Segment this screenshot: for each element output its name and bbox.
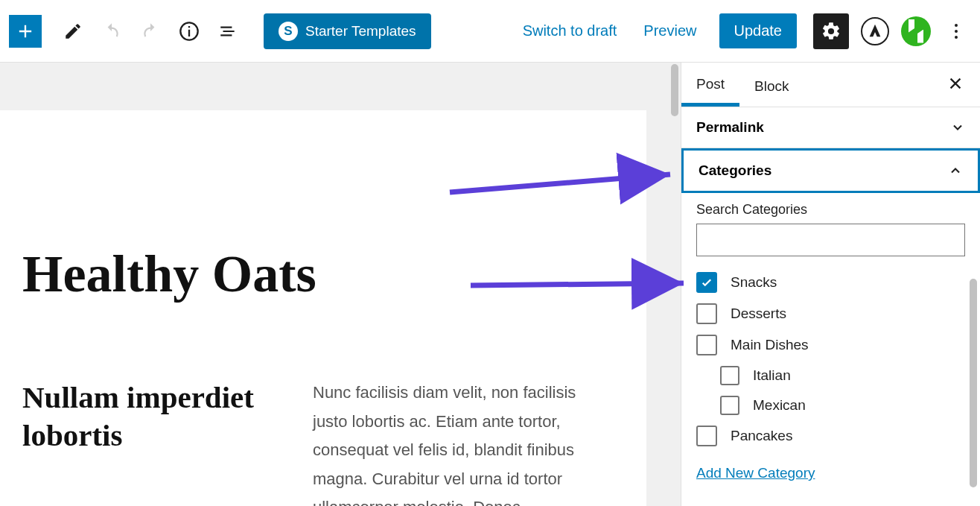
editor-toolbar: S Starter Templates Switch to draft Prev… (0, 0, 980, 63)
astra-icon (867, 23, 883, 39)
info-button[interactable] (173, 15, 206, 48)
tab-post[interactable]: Post (681, 63, 739, 107)
category-checkbox[interactable] (696, 303, 717, 324)
svg-line-0 (450, 174, 670, 192)
tab-block[interactable]: Block (739, 65, 804, 105)
category-label: Main Dishes (731, 337, 809, 353)
redo-button[interactable] (134, 15, 167, 48)
settings-button[interactable] (813, 13, 849, 49)
more-menu-button[interactable] (941, 24, 971, 39)
outline-button[interactable] (211, 15, 244, 48)
search-categories-input[interactable] (696, 224, 965, 256)
post-subheading[interactable]: Nullam imperdiet lobortis (22, 379, 268, 506)
chevron-up-icon (948, 163, 963, 178)
category-row[interactable]: Main Dishes (696, 329, 965, 361)
list-icon (218, 22, 238, 41)
category-row[interactable]: Pancakes (696, 420, 965, 452)
starter-label: Starter Templates (305, 23, 416, 39)
category-row[interactable]: Snacks (696, 267, 965, 298)
category-checkbox[interactable] (720, 366, 739, 385)
svg-line-1 (471, 283, 684, 285)
jetpack-button[interactable] (901, 16, 931, 46)
category-checkbox[interactable] (720, 396, 739, 415)
categories-list: SnacksDessertsMain DishesItalianMexicanP… (696, 267, 965, 452)
category-checkbox[interactable] (696, 335, 717, 355)
category-row[interactable]: Desserts (696, 298, 965, 329)
undo-icon (102, 22, 121, 41)
panel-permalink[interactable]: Permalink (681, 107, 980, 148)
category-checkbox[interactable] (696, 426, 717, 446)
close-icon (947, 75, 964, 92)
update-button[interactable]: Update (719, 13, 798, 48)
permalink-label: Permalink (696, 119, 764, 136)
redo-icon (141, 22, 160, 41)
category-row[interactable]: Italian (696, 361, 965, 390)
post-paragraph[interactable]: Nunc facilisis diam velit, non facilisis… (313, 379, 611, 506)
undo-button[interactable] (95, 15, 128, 48)
category-label: Desserts (731, 306, 786, 322)
preview-button[interactable]: Preview (633, 15, 707, 47)
switch-to-draft-button[interactable]: Switch to draft (512, 15, 628, 47)
category-label: Pancakes (731, 428, 792, 444)
category-checkbox[interactable] (696, 272, 717, 293)
category-row[interactable]: Mexican (696, 390, 965, 420)
category-label: Italian (753, 367, 791, 384)
category-label: Mexican (753, 397, 806, 414)
edit-tool-button[interactable] (57, 15, 89, 48)
check-icon (700, 276, 713, 289)
add-new-category-link[interactable]: Add New Category (696, 465, 815, 481)
category-label: Snacks (731, 274, 777, 291)
gear-icon (821, 21, 841, 42)
astra-button[interactable] (861, 17, 889, 45)
search-categories-label: Search Categories (696, 202, 965, 218)
annotation-arrow-categories (450, 165, 681, 206)
annotation-arrow-snacks (471, 274, 694, 300)
categories-panel-body: Search Categories SnacksDessertsMain Dis… (681, 193, 980, 481)
pencil-icon (63, 22, 83, 41)
settings-sidebar: Post Block Permalink Categories Search C… (681, 63, 980, 506)
starter-templates-button[interactable]: S Starter Templates (264, 13, 431, 49)
categories-label: Categories (699, 162, 771, 179)
chevron-down-icon (950, 120, 965, 135)
starter-icon: S (279, 22, 298, 41)
close-sidebar-button[interactable] (938, 69, 973, 101)
info-icon (179, 21, 200, 42)
panel-categories[interactable]: Categories (681, 148, 980, 193)
plus-icon (15, 21, 36, 42)
sidebar-tabs: Post Block (681, 63, 980, 107)
add-block-button[interactable] (9, 15, 42, 48)
sidebar-scrollbar[interactable] (970, 279, 977, 487)
